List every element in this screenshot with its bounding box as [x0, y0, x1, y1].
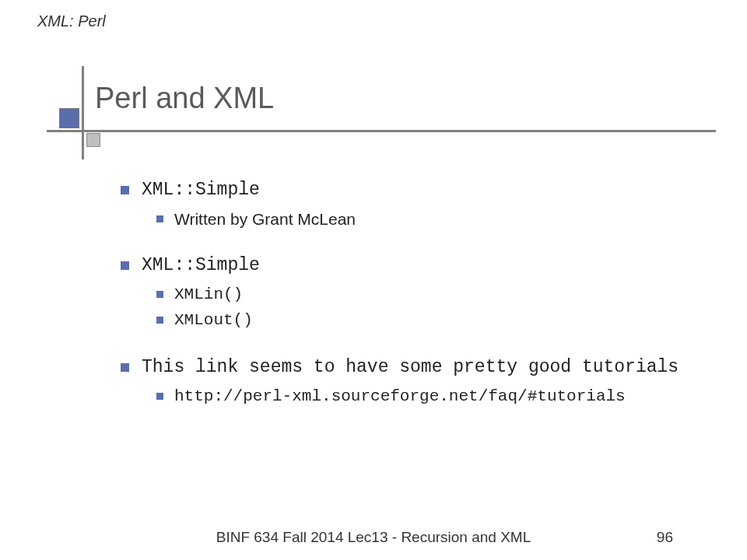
- list-item-text: This link seems to have some pretty good…: [142, 356, 679, 380]
- list-subitem: XMLin(): [156, 284, 708, 305]
- list-item-text: http://perl-xml.sourceforge.net/faq/#tut…: [174, 386, 626, 407]
- spacer: [121, 234, 708, 254]
- list-item-text: XMLout(): [174, 310, 253, 331]
- title-rule-vertical: [82, 66, 84, 159]
- slide-title: Perl and XML: [95, 82, 274, 115]
- square-bullet-icon: [156, 393, 163, 400]
- list-item-text: XMLin(): [174, 284, 243, 305]
- list-item: XML::Simple: [121, 179, 708, 202]
- title-rule-horizontal: [47, 130, 716, 132]
- square-bullet-icon: [156, 291, 163, 298]
- header-label: XML: Perl: [37, 12, 106, 30]
- title-region: Perl and XML: [47, 66, 716, 159]
- list-item-text: XML::Simple: [142, 254, 260, 278]
- list-item: This link seems to have some pretty good…: [121, 356, 708, 380]
- square-bullet-icon: [156, 215, 163, 222]
- page-number: 96: [657, 529, 673, 546]
- title-square-large: [59, 108, 79, 128]
- slide-content: XML::SimpleWritten by Grant McLeanXML::S…: [121, 179, 708, 411]
- spacer: [121, 336, 708, 356]
- list-item-text: Written by Grant McLean: [174, 208, 356, 229]
- slide-area: Perl and XML XML::SimpleWritten by Grant…: [47, 66, 716, 513]
- list-subitem: http://perl-xml.sourceforge.net/faq/#tut…: [156, 386, 708, 407]
- title-square-small: [86, 133, 100, 147]
- square-bullet-icon: [156, 317, 163, 324]
- square-bullet-icon: [121, 363, 129, 372]
- list-subitem: Written by Grant McLean: [156, 208, 708, 229]
- list-subitem: XMLout(): [156, 310, 708, 331]
- list-item: XML::Simple: [121, 254, 708, 278]
- list-item-text: XML::Simple: [142, 179, 260, 202]
- footer-text: BINF 634 Fall 2014 Lec13 - Recursion and…: [0, 529, 747, 546]
- square-bullet-icon: [121, 261, 129, 270]
- square-bullet-icon: [121, 186, 129, 194]
